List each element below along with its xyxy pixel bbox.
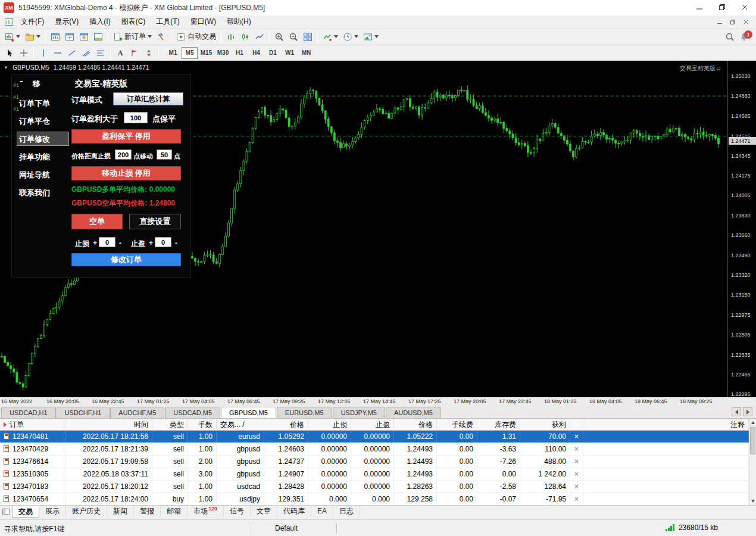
timeframe-w1-button[interactable]: W1	[282, 47, 298, 59]
profit-threshold-input[interactable]	[124, 112, 148, 123]
terminal-tab-11[interactable]: 日志	[333, 506, 360, 518]
timeframe-m1-button[interactable]: M1	[165, 47, 181, 59]
vertical-line-button[interactable]	[36, 46, 51, 60]
order-row[interactable]: 1234766142022.05.17 19:09:58sell2.00gbpu…	[0, 456, 749, 468]
close-button[interactable]	[733, 0, 756, 15]
time-axis[interactable]: 16 May 202216 May 20:0516 May 22:4517 Ma…	[0, 397, 756, 406]
arrows-button[interactable]	[142, 46, 156, 60]
trail-distance-input[interactable]	[115, 149, 132, 160]
terminal-column-header-0[interactable]: 订单	[0, 419, 65, 431]
terminal-column-header-5[interactable]: 价格	[264, 419, 308, 431]
sl-minus-button[interactable]: -	[119, 239, 121, 247]
timeframe-h1-button[interactable]: H1	[232, 47, 248, 59]
close-order-button[interactable]: ×	[574, 495, 579, 503]
terminal-tab-6[interactable]: 市场120	[188, 506, 224, 518]
restore-button[interactable]	[711, 0, 733, 15]
crosshair-button[interactable]	[17, 46, 31, 60]
market-watch-button[interactable]	[48, 30, 63, 44]
price-scale[interactable]: 1.250301.248601.246851.245151.243451.241…	[727, 61, 756, 397]
timeframe-h4-button[interactable]: H4	[248, 47, 264, 59]
terminal-scrollbar[interactable]	[749, 419, 756, 505]
menu-item-3[interactable]: 图表(C)	[116, 15, 151, 29]
chart-tab-1[interactable]: USDCHF,H1	[57, 407, 110, 418]
close-order-button[interactable]: ×	[574, 482, 579, 491]
ea-menu-item-0[interactable]: 订单下单	[17, 96, 69, 110]
search-button[interactable]	[723, 30, 737, 44]
chart-candles-button[interactable]	[238, 30, 252, 44]
terminal-column-header-9[interactable]: 手续费	[437, 419, 477, 431]
timeframe-m30-button[interactable]: M30	[215, 47, 231, 59]
ea-menu-item-2[interactable]: 订单修改	[17, 132, 69, 146]
terminal-tab-5[interactable]: 邮箱	[161, 506, 188, 518]
close-order-button[interactable]: ×	[574, 470, 579, 478]
terminal-column-header-2[interactable]: 类型	[152, 419, 188, 431]
tabs-scroll-left-button[interactable]	[732, 407, 741, 416]
terminal-column-header-6[interactable]: 止损	[308, 419, 351, 431]
terminal-tab-0[interactable]: 交易	[12, 506, 39, 518]
menu-item-2[interactable]: 插入(I)	[84, 15, 115, 29]
close-order-button[interactable]: ×	[574, 457, 579, 466]
terminal-column-header-13[interactable]: 注释	[583, 419, 749, 431]
chart-line-button[interactable]	[252, 30, 267, 44]
scroll-down-button[interactable]	[749, 497, 756, 505]
menu-item-5[interactable]: 窗口(W)	[185, 15, 221, 29]
equidistant-channel-button[interactable]	[79, 46, 93, 60]
order-row[interactable]: 1234704292022.05.17 18:21:39sell1.00gbpu…	[0, 443, 749, 456]
sl-plus-button[interactable]: +	[93, 239, 97, 247]
terminal-column-header-3[interactable]: 手数	[188, 419, 217, 431]
ea-menu-item-5[interactable]: 联系我们	[17, 185, 69, 200]
metaeditor-button[interactable]	[154, 30, 168, 44]
templates-button[interactable]	[361, 30, 381, 44]
chart-tab-2[interactable]: AUDCHF,M5	[110, 407, 164, 418]
timeframe-d1-button[interactable]: D1	[265, 47, 281, 59]
close-order-button[interactable]: ×	[574, 432, 579, 441]
direct-setting-button[interactable]: 直接设置	[129, 214, 181, 229]
trend-line-button[interactable]	[65, 46, 79, 60]
stop-loss-input[interactable]	[99, 237, 115, 247]
scroll-up-button[interactable]	[749, 419, 756, 426]
ea-menu-item-3[interactable]: 挂单功能	[17, 149, 69, 164]
tp-minus-button[interactable]: -	[175, 239, 177, 247]
scroll-thumb[interactable]	[750, 427, 755, 454]
chart-bars-button[interactable]	[224, 30, 238, 44]
collapse-arrow-icon[interactable]: ▼	[4, 65, 8, 70]
chart-tab-7[interactable]: AUDUSD,M5	[386, 407, 441, 418]
ea-menu-item-1[interactable]: 订单平仓	[17, 114, 69, 128]
breakeven-toggle-button[interactable]: 盈利保平 停用	[71, 129, 181, 144]
child-close-button[interactable]	[739, 17, 752, 27]
terminal-column-header-4[interactable]: 交易... /	[217, 419, 264, 431]
profiles-button[interactable]	[23, 30, 43, 44]
trail-step-input[interactable]	[157, 149, 172, 160]
terminal-tab-9[interactable]: 代码库	[277, 506, 311, 518]
terminal-column-header-12[interactable]	[570, 419, 583, 431]
sell-order-button[interactable]: 空单	[71, 214, 123, 229]
terminal-tab-7[interactable]: 信号	[224, 506, 251, 518]
menu-item-6[interactable]: 帮助(H)	[221, 15, 257, 29]
terminal-tab-1[interactable]: 展示	[39, 506, 66, 518]
terminal-column-header-7[interactable]: 止盈	[351, 419, 394, 431]
horizontal-line-button[interactable]	[51, 46, 65, 60]
terminal-window-button[interactable]	[91, 30, 105, 44]
text-button[interactable]: A	[113, 46, 127, 60]
navigator-button[interactable]	[77, 30, 91, 44]
timeframe-mn-button[interactable]: MN	[298, 47, 314, 59]
chart-tab-4[interactable]: GBPUSD,M5	[221, 407, 276, 418]
chart-tab-3[interactable]: USDCAD,M5	[165, 407, 220, 418]
chart-tab-5[interactable]: EURUSD,M5	[277, 407, 332, 418]
timeframe-m15-button[interactable]: M15	[198, 47, 214, 59]
zoom-in-button[interactable]	[272, 30, 286, 44]
zoom-out-button[interactable]	[286, 30, 301, 44]
terminal-column-header-8[interactable]: 价格	[394, 419, 437, 431]
terminal-tab-3[interactable]: 新闻	[107, 506, 134, 518]
autotrading-button[interactable]: 自动交易	[174, 30, 218, 44]
dock-panel-icon[interactable]	[2, 508, 10, 515]
take-profit-input[interactable]	[155, 237, 171, 247]
chart-area[interactable]: ▼ GBPUSD,M5 1.24459 1.24485 1.24441 1.24…	[0, 61, 756, 406]
indicators-button[interactable]	[320, 30, 340, 44]
tabs-scroll-right-button[interactable]	[743, 407, 752, 416]
status-profile[interactable]: Default	[275, 524, 298, 532]
terminal-tab-2[interactable]: 账户历史	[66, 506, 107, 518]
child-restore-button[interactable]	[726, 17, 739, 27]
tile-windows-button[interactable]	[301, 30, 315, 44]
menu-item-1[interactable]: 显示(V)	[49, 15, 84, 29]
